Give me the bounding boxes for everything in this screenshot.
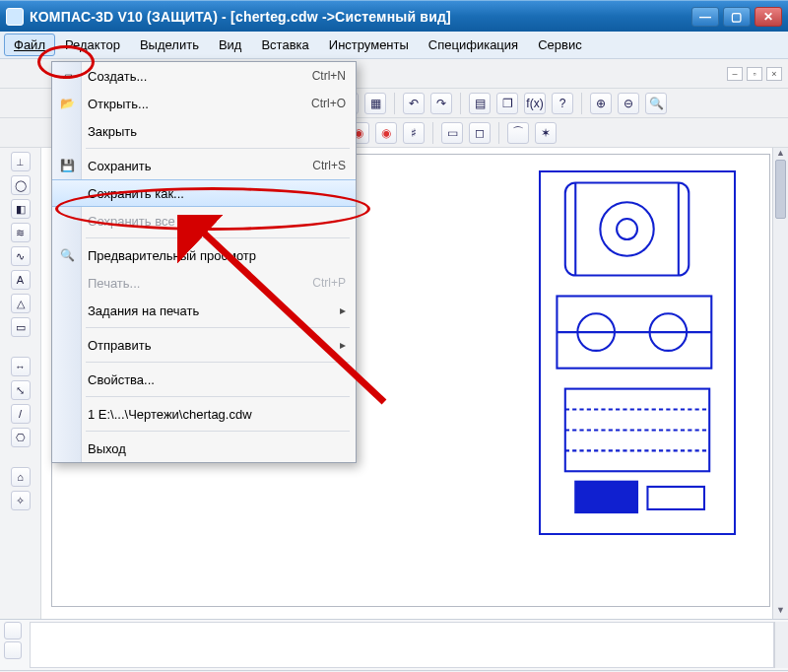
menu-exit[interactable]: Выход	[52, 435, 356, 462]
shape-a-icon[interactable]: ▭	[441, 122, 463, 144]
cad-drawing	[541, 172, 734, 533]
mdi-close[interactable]: ×	[766, 67, 782, 81]
menu-save-all: Сохранить все	[52, 207, 356, 235]
menu-edit[interactable]: Редактор	[55, 34, 130, 56]
minimize-button[interactable]: —	[691, 7, 719, 27]
undo-icon[interactable]: ↶	[403, 93, 425, 114]
menu-print-jobs[interactable]: Задания на печать▸	[52, 297, 356, 324]
arc-icon[interactable]: ⌒	[507, 122, 529, 144]
menubar: Файл Редактор Выделить Вид Вставка Инстр…	[0, 32, 788, 59]
menu-file[interactable]: Файл	[4, 34, 55, 56]
menu-new[interactable]: ▱ Создать...Ctrl+N	[52, 62, 356, 90]
menu-save[interactable]: 💾 СохранитьCtrl+S	[52, 152, 356, 179]
svg-point-2	[617, 219, 637, 239]
file-dropdown: ▱ Создать...Ctrl+N 📂 Открыть...Ctrl+O За…	[51, 61, 357, 463]
zoom-in-icon[interactable]: ⊕	[590, 93, 612, 114]
window-controls: — ▢ ✕	[691, 7, 782, 27]
menu-service[interactable]: Сервис	[528, 34, 592, 56]
menu-tools[interactable]: Инструменты	[319, 34, 419, 56]
tool-5[interactable]: ∿	[11, 246, 31, 266]
tool-4[interactable]: ≋	[11, 223, 31, 242]
menu-save-as[interactable]: Сохранить как...	[52, 179, 356, 207]
svg-rect-13	[575, 482, 637, 512]
menu-send[interactable]: Отправить▸	[52, 331, 356, 359]
new-icon: ▱	[58, 67, 76, 85]
tool-9[interactable]: ↔	[11, 357, 31, 376]
window-title: КОМПАС-3D V10 (ЗАЩИТА) - [cherteg.cdw ->…	[30, 9, 691, 25]
drawing-frame	[539, 170, 736, 535]
app-icon	[6, 8, 24, 26]
zoom-win-icon[interactable]: 🔍	[645, 93, 667, 114]
object-icon[interactable]: ❐	[496, 93, 518, 114]
tool-1[interactable]: ⟂	[11, 152, 31, 171]
svg-rect-14	[647, 487, 704, 509]
tool-7[interactable]: △	[11, 294, 31, 313]
menu-close[interactable]: Закрыть	[52, 117, 356, 145]
mdi-controls: – ▫ ×	[727, 67, 782, 81]
tool-11[interactable]: /	[11, 404, 31, 424]
spark-icon[interactable]: ✶	[535, 122, 557, 144]
prop-icon-2[interactable]	[4, 641, 22, 659]
redo-icon[interactable]: ↷	[430, 93, 452, 114]
left-toolbar: ⟂ ◯ ◧ ≋ ∿ A △ ▭ ↔ ⤡ / ⎔ ⌂ ✧	[0, 148, 41, 619]
menu-properties[interactable]: Свойства...	[52, 366, 356, 393]
maximize-button[interactable]: ▢	[723, 7, 751, 27]
menu-select[interactable]: Выделить	[130, 34, 209, 56]
tool-6[interactable]: A	[11, 270, 31, 290]
tool-14[interactable]: ✧	[11, 491, 31, 510]
titlebar: КОМПАС-3D V10 (ЗАЩИТА) - [cherteg.cdw ->…	[0, 0, 788, 32]
tool-2[interactable]: ◯	[11, 175, 31, 195]
fx-icon[interactable]: f(x)	[524, 93, 546, 114]
menu-spec[interactable]: Спецификация	[419, 34, 528, 56]
vertical-scrollbar[interactable]: ▲ ▼	[772, 148, 788, 619]
tool-3[interactable]: ◧	[11, 199, 31, 219]
preview-icon: 🔍	[58, 246, 76, 264]
save-icon: 💾	[58, 157, 76, 174]
scroll-thumb[interactable]	[775, 160, 786, 219]
menu-recent-1[interactable]: 1 E:\...\Чертежи\chertag.cdw	[52, 400, 356, 428]
snap2-icon[interactable]: ◉	[375, 122, 397, 144]
snap-grid-icon[interactable]: ♯	[403, 122, 425, 144]
property-scrollbar[interactable]	[774, 622, 788, 668]
menu-insert[interactable]: Вставка	[251, 34, 318, 56]
mdi-minimize[interactable]: –	[727, 67, 743, 81]
zoom-out-icon[interactable]: ⊖	[618, 93, 639, 114]
open-icon: 📂	[58, 95, 76, 112]
tool-13[interactable]: ⌂	[11, 467, 31, 487]
property-area[interactable]	[30, 622, 774, 668]
close-button[interactable]: ✕	[755, 7, 782, 27]
tool-8[interactable]: ▭	[11, 317, 31, 337]
menu-print: Печать...Ctrl+P	[52, 269, 356, 297]
menu-view[interactable]: Вид	[209, 34, 252, 56]
property-panel	[0, 619, 788, 670]
grid-icon[interactable]: ▦	[364, 93, 386, 114]
scroll-down-icon[interactable]: ▼	[773, 605, 788, 619]
svg-point-1	[600, 202, 653, 255]
mdi-restore[interactable]: ▫	[747, 67, 762, 81]
menu-preview[interactable]: 🔍 Предварительный просмотр	[52, 241, 356, 269]
help-icon[interactable]: ?	[552, 93, 573, 114]
tool-12[interactable]: ⎔	[11, 428, 31, 447]
prop-icon-1[interactable]	[4, 622, 22, 639]
palette-icon[interactable]: ▤	[469, 93, 491, 114]
shape-b-icon[interactable]: ◻	[469, 122, 491, 144]
svg-rect-0	[565, 182, 689, 275]
tool-10[interactable]: ⤡	[11, 380, 31, 400]
menu-open[interactable]: 📂 Открыть...Ctrl+O	[52, 90, 356, 117]
